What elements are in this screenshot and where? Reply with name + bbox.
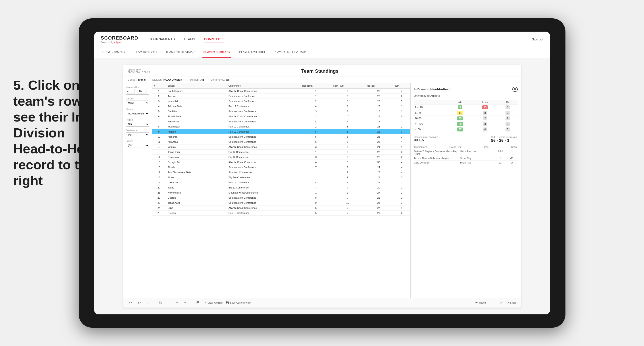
table-row[interactable]: 20 Texas Big 12 Conference 3 7 20 2 — [152, 185, 410, 190]
cell-school: Arizona — [166, 129, 227, 134]
division-select[interactable]: NCAA Division I — [126, 111, 149, 116]
table-row[interactable]: 1 North Carolina Atlantic Coast Conferen… — [152, 89, 410, 94]
table-row[interactable]: 12 Virginia Atlantic Coast Conference 3 … — [152, 145, 410, 150]
table-row[interactable]: 17 East Tennessee State Southern Confere… — [152, 170, 410, 175]
cell-rank: 24 — [152, 205, 166, 210]
table-row[interactable]: 4 Arizona State Pac-12 Conference 4 6 26… — [152, 104, 410, 109]
cell-reg-rank: 3 — [301, 155, 332, 160]
h2h-cell-loss: 0 — [472, 127, 498, 132]
cell-reg-rank: 4 — [301, 104, 332, 109]
cell-reg-rank: 3 — [301, 145, 332, 150]
subnav-player-h2h-grid[interactable]: PLAYER H2H GRID — [238, 47, 266, 58]
watch-button[interactable]: 👁 Watch — [476, 301, 486, 304]
gender-control-label: Gender — [126, 97, 149, 100]
min-rounds-max-input[interactable] — [138, 89, 146, 93]
table-row[interactable]: 2 Auburn Southeastern Conference 1 9 27 … — [152, 94, 410, 99]
cell-rds: 23 — [364, 114, 393, 119]
save-custom-label: Save Custom View — [230, 301, 251, 304]
nav-links: TOURNAMENTS TEAMS COMMITTEE — [149, 36, 516, 42]
tournament-pos: 1 — [494, 157, 506, 160]
forward-button[interactable]: ↪ — [145, 300, 151, 306]
cell-rank: 6 — [152, 114, 166, 119]
redo-button[interactable]: ↩ — [136, 300, 142, 306]
h2h-close-button[interactable]: ✕ — [512, 87, 518, 92]
col-rank: # — [152, 83, 166, 89]
table-row[interactable]: 18 Illinois Big Ten Conference 1 9 25 3 — [152, 175, 410, 180]
table-row[interactable]: 7 Tennessee Southeastern Conference 4 6 … — [152, 119, 410, 124]
table-row[interactable]: 15 Georgia Tech Atlantic Coast Conferenc… — [152, 160, 410, 165]
subnav-team-h2h-heatmap[interactable]: TEAM H2H HEATMAP — [164, 47, 196, 58]
table-row[interactable]: 16 Florida Southeastern Conference 7 9 2… — [152, 165, 410, 170]
tournament-score: -17 — [506, 157, 518, 160]
grid-button[interactable]: ⊞ — [489, 300, 495, 306]
expand-button[interactable]: ⤢ — [498, 300, 504, 306]
subnav-player-summary[interactable]: PLAYER SUMMARY — [202, 47, 232, 58]
table-row[interactable]: 6 Florida State Atlantic Coast Conferenc… — [152, 114, 410, 119]
cell-rds: 23 — [364, 139, 393, 145]
cell-school: Oklahoma — [166, 155, 227, 160]
table-row[interactable]: 19 California Pac-12 Conference 4 8 24 2 — [152, 180, 410, 185]
plus-button[interactable]: + — [183, 300, 188, 306]
table-row[interactable]: 22 Georgia Southeastern Conference 8 7 2… — [152, 195, 410, 200]
col-conference: Conference — [227, 83, 301, 89]
table-row[interactable]: 5 Ole Miss Southeastern Conference 3 6 1… — [152, 109, 410, 114]
h2h-row: >100 27 0 0 — [414, 127, 518, 132]
h2h-cell-range: >100 — [414, 127, 448, 132]
cell-rds: 20 — [364, 185, 393, 190]
clock-button[interactable]: ⏱ — [194, 300, 201, 306]
cell-rds: 30 — [364, 160, 393, 165]
share-button[interactable]: ↗ Share — [507, 301, 516, 304]
share-label: Share — [510, 301, 516, 304]
subnav-team-h2h-grid[interactable]: TEAM H2H GRID — [133, 47, 158, 58]
nav-tournaments[interactable]: TOURNAMENTS — [149, 36, 175, 42]
minus-button[interactable]: − — [175, 300, 180, 306]
cell-school: Illinois — [166, 175, 227, 180]
table-row[interactable]: 24 Duke Atlantic Coast Conference 5 9 27… — [152, 205, 410, 210]
record-row: Opponents in division: 99.1% W-L-T recor… — [414, 136, 518, 143]
sign-out-button[interactable]: Sign out — [527, 37, 543, 41]
min-rounds-group: Minimum Rou... - — [126, 86, 149, 95]
undo-button[interactable]: ↩ — [128, 300, 133, 306]
table-row[interactable]: 13 Texas Tech Big 12 Conference 1 9 27 2 — [152, 150, 410, 155]
subnav-team-summary[interactable]: TEAM SUMMARY — [101, 47, 126, 58]
table-row[interactable]: 9 Arizona Pac-12 Conference 5 8 22 3 — [152, 129, 410, 134]
cell-reg-rank: 3 — [301, 185, 332, 190]
cell-reg-rank: 1 — [301, 170, 332, 175]
paste-button[interactable]: ⊞ — [166, 300, 172, 306]
conference-control-label: Conference — [126, 129, 149, 132]
cell-conf-rank: 8 — [332, 124, 364, 129]
table-row[interactable]: 11 Arkansas Southeastern Conference 6 8 … — [152, 139, 410, 145]
table-row[interactable]: 23 Texas A&M Southeastern Conference 9 1… — [152, 200, 410, 205]
cell-win: 2 — [393, 150, 410, 155]
view-original-button[interactable]: 👁 View: Original — [204, 301, 222, 304]
min-rounds-min-input[interactable] — [126, 89, 135, 93]
h2h-row: 26-50 25 2 1 — [414, 116, 518, 121]
table-row[interactable]: 10 Alabama Southeastern Conference 5 8 2… — [152, 134, 410, 139]
table-row[interactable]: 14 Oklahoma Big 12 Conference 3 8 26 2 — [152, 155, 410, 160]
nav-teams[interactable]: TEAMS — [184, 36, 195, 42]
filter-division: Division: NCAA Division I — [152, 78, 184, 81]
tournament-event-type: Match Play Loss — [460, 150, 494, 155]
panel-title: Team Standings — [150, 68, 490, 74]
copy-button[interactable]: ⧉ — [158, 300, 163, 306]
school-control-group: School (All) — [126, 140, 149, 148]
cell-conf-rank: 7 — [332, 210, 364, 216]
save-custom-button[interactable]: 💾 Save Custom View — [226, 301, 251, 304]
subnav-player-h2h-heatmap[interactable]: PLAYER H2H HEATMAP — [272, 47, 307, 58]
nav-committee[interactable]: COMMITTEE — [204, 36, 224, 42]
h2h-cell-win: 27 — [448, 127, 472, 132]
gender-select[interactable]: Men's — [126, 101, 149, 105]
cell-school: East Tennessee State — [166, 170, 227, 175]
standings-table-area: # School Conference Reg Rank Conf Rank R… — [152, 83, 410, 298]
cell-school: Georgia Tech — [166, 160, 227, 165]
conference-select[interactable]: (All) — [126, 132, 149, 137]
table-row[interactable]: 3 Vanderbilt Southeastern Conference 2 8… — [152, 99, 410, 104]
h2h-col-tie: Tie — [498, 100, 518, 105]
school-select[interactable]: (All) — [126, 143, 149, 148]
table-row[interactable]: 25 Oregon Pac-12 Conference 5 7 21 0 — [152, 210, 410, 216]
cell-school: Texas — [166, 185, 227, 190]
table-row[interactable]: 8 Washington Pac-12 Conference 2 8 23 1 — [152, 124, 410, 129]
cell-reg-rank: 5 — [301, 205, 332, 210]
table-row[interactable]: 21 New Mexico Mountain West Conference 1… — [152, 190, 410, 195]
region-select[interactable]: N/A — [126, 122, 149, 127]
